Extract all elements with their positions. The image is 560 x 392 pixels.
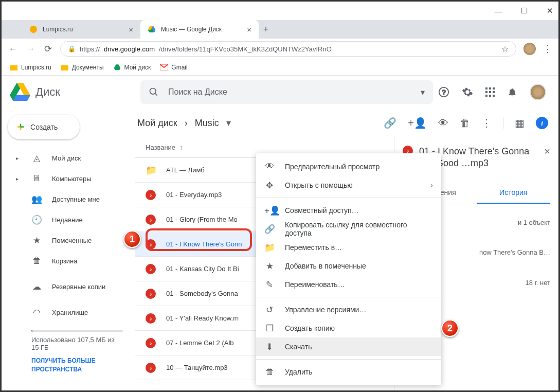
sidebar-item-starred[interactable]: ★Помеченные: [8, 230, 135, 251]
chevron-right-icon[interactable]: ▸: [16, 155, 21, 161]
breadcrumb-root[interactable]: Мой диск: [137, 118, 177, 129]
ctx-delete[interactable]: 🗑Удалить: [256, 363, 441, 381]
folder-icon: [10, 63, 18, 72]
ctx-download[interactable]: ⬇Скачать: [256, 337, 441, 356]
recent-icon: 🕘: [31, 215, 42, 225]
sidebar-item-mydrive[interactable]: ▸◬Мой диск: [8, 148, 135, 168]
storage-text: Использовано 107,5 МБ из 15 ГБ: [31, 336, 123, 351]
lumpics-favicon: [29, 25, 38, 33]
shared-icon: 👥: [31, 194, 42, 205]
sidebar-item-storage[interactable]: ◠Хранилище: [8, 302, 135, 323]
drive-icon: ◬: [31, 153, 42, 164]
info-button[interactable]: i: [536, 117, 548, 129]
back-button[interactable]: ←: [8, 44, 18, 55]
close-panel-icon[interactable]: ×: [544, 146, 550, 157]
notifications-bell-icon[interactable]: [507, 87, 517, 97]
folder-icon: [61, 63, 69, 72]
breadcrumb-current[interactable]: Music: [195, 118, 219, 129]
search-dropdown-icon[interactable]: ▾: [421, 87, 425, 97]
chevron-down-icon[interactable]: ▾: [226, 117, 231, 129]
annotation-badge-1: 1: [123, 230, 141, 248]
more-actions-icon[interactable]: ⋮: [481, 117, 492, 129]
lock-icon: 🔒: [68, 45, 76, 52]
chevron-right-icon: ›: [185, 118, 188, 129]
bookmark-star-icon[interactable]: ☆: [501, 44, 509, 54]
window-controls: — ☐ ✕: [2, 2, 558, 20]
browser-tab-lumpics[interactable]: Lumpics.ru ×: [22, 20, 140, 39]
preview-icon[interactable]: 👁: [438, 117, 448, 129]
bookmark-documents[interactable]: Документы: [61, 63, 104, 72]
toolbar: Мой диск › Music ▾ 🔗 +👤 👁 🗑 ⋮ ▦ i: [135, 109, 558, 137]
ctx-versions[interactable]: ↺Управление версиями…: [256, 300, 441, 319]
sidebar-item-trash[interactable]: 🗑Корзина: [8, 251, 135, 271]
sidebar-item-backups[interactable]: ☁Резервные копии: [8, 276, 135, 297]
search-bar[interactable]: Поиск на Диске ▾: [140, 80, 433, 104]
minimize-button[interactable]: —: [495, 7, 502, 14]
browser-menu-button[interactable]: ⋮: [543, 43, 552, 55]
profile-avatar-small[interactable]: [523, 43, 536, 55]
ctx-copy-link[interactable]: 🔗Копировать ссылку для совместного досту…: [256, 220, 441, 238]
copy-icon: ❐: [264, 323, 275, 334]
reload-button[interactable]: ⟳: [43, 43, 53, 55]
storage-upgrade-link[interactable]: ПОЛУЧИТЬ БОЛЬШЕ ПРОСТРАНСТВА: [31, 357, 123, 374]
help-icon[interactable]: ?: [438, 86, 449, 98]
ctx-rename[interactable]: ✎Переименовать…: [256, 275, 441, 294]
audio-icon: ♪: [146, 264, 156, 274]
sidebar-item-recent[interactable]: 🕘Недавние: [8, 209, 135, 230]
ctx-open-with[interactable]: ✥Открыть с помощью›: [256, 176, 441, 194]
forward-button[interactable]: →: [25, 44, 35, 55]
delete-icon: 🗑: [264, 367, 275, 377]
share-icon[interactable]: +👤: [408, 117, 427, 129]
tab-activity[interactable]: История: [477, 182, 551, 204]
ctx-preview[interactable]: 👁Предварительный просмотр: [256, 157, 441, 176]
browser-tab-drive[interactable]: Music — Google Диск ×: [140, 20, 259, 39]
context-menu: 👁Предварительный просмотр ✥Открыть с пом…: [256, 153, 441, 385]
history-icon: ↺: [264, 305, 275, 315]
get-link-icon[interactable]: 🔗: [384, 117, 396, 129]
new-tab-button[interactable]: +: [259, 24, 273, 35]
address-bar-row: ← → ⟳ 🔒 https://drive.google.com/drive/f…: [2, 39, 558, 59]
bookmark-mydrive[interactable]: Мой диск: [113, 63, 151, 72]
star-icon: ★: [264, 261, 275, 272]
separator: [256, 198, 441, 198]
ctx-copy[interactable]: ❐Создать копию: [256, 319, 441, 337]
ctx-star[interactable]: ★Добавить в помеченные: [256, 257, 441, 275]
bookmark-gmail[interactable]: Gmail: [160, 63, 187, 72]
toolbar-actions: 🔗 +👤 👁 🗑 ⋮ ▦ i: [384, 117, 548, 129]
apps-grid-icon[interactable]: [485, 87, 495, 97]
audio-icon: ♪: [146, 239, 156, 250]
audio-icon: ♪: [146, 215, 156, 225]
close-tab-icon[interactable]: ×: [129, 25, 133, 34]
settings-gear-icon[interactable]: [462, 86, 473, 98]
delete-icon[interactable]: 🗑: [460, 117, 470, 129]
bookmark-lumpics[interactable]: Lumpics.ru: [10, 63, 51, 72]
sort-arrow-icon: ↑: [179, 144, 183, 151]
person-add-icon: +👤: [264, 205, 275, 216]
svg-point-4: [150, 88, 156, 95]
move-icon: 📁: [264, 242, 275, 253]
chevron-right-icon[interactable]: ▸: [16, 176, 21, 182]
audio-icon: ♪: [146, 289, 156, 299]
audio-icon: ♪: [146, 190, 156, 200]
url-host: drive.google.com: [104, 45, 155, 53]
drive-logo-text: Диск: [35, 85, 60, 99]
drive-logo[interactable]: Диск: [10, 82, 135, 102]
devices-icon: 🖥: [31, 173, 42, 184]
sidebar-item-computers[interactable]: ▸🖥Компьютеры: [8, 168, 135, 189]
audio-icon: ♪: [146, 363, 156, 373]
search-icon: [149, 87, 159, 97]
account-avatar[interactable]: [530, 84, 546, 100]
create-button[interactable]: + Создать: [8, 115, 80, 139]
close-window-button[interactable]: ✕: [546, 7, 553, 14]
ctx-move[interactable]: 📁Переместить в…: [256, 238, 441, 257]
address-bar[interactable]: 🔒 https://drive.google.com/drive/folders…: [60, 41, 516, 57]
ctx-share[interactable]: +👤Совместный доступ…: [256, 201, 441, 220]
drive-logo-icon: [10, 82, 30, 102]
audio-icon: ♪: [146, 313, 156, 324]
close-tab-icon[interactable]: ×: [247, 25, 251, 34]
link-icon: 🔗: [264, 224, 275, 235]
sidebar-item-shared[interactable]: 👥Доступные мне: [8, 189, 135, 209]
grid-view-icon[interactable]: ▦: [515, 117, 525, 129]
maximize-button[interactable]: ☐: [520, 7, 528, 14]
audio-icon: ♪: [146, 338, 156, 348]
